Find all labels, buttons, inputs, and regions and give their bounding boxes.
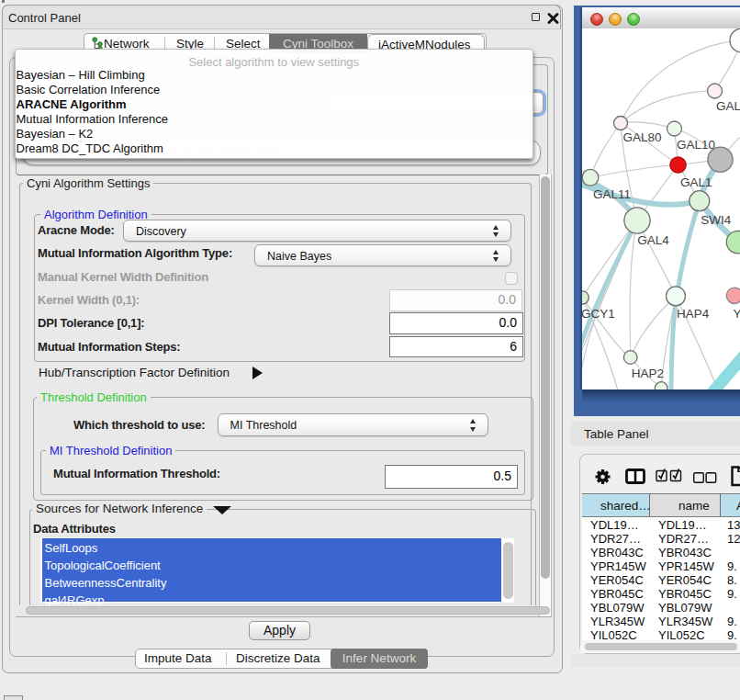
svg-text:GAL10: GAL10 (677, 138, 715, 152)
svg-text:GCY1: GCY1 (582, 307, 615, 321)
svg-text:SWI4: SWI4 (701, 213, 731, 227)
svg-text:Y: Y (733, 307, 740, 321)
svg-text:GAL80: GAL80 (623, 130, 662, 144)
svg-text:GAL1: GAL1 (680, 175, 712, 189)
svg-text:GAL11: GAL11 (593, 187, 631, 201)
svg-text:HAP2: HAP2 (632, 367, 664, 380)
svg-text:GAL: GAL (716, 99, 740, 113)
svg-text:HAP4: HAP4 (677, 307, 710, 321)
svg-text:GAL4: GAL4 (637, 233, 669, 247)
